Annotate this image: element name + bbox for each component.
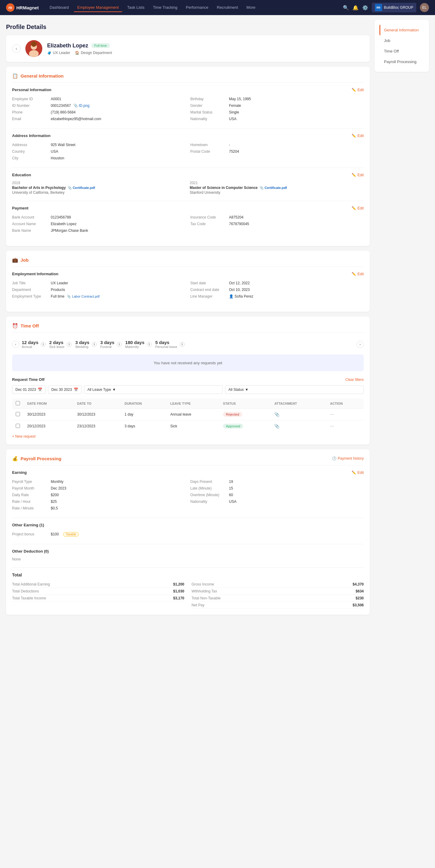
sidebar-nav-item-general-information[interactable]: General Information bbox=[379, 25, 424, 35]
nav-link-recruitment[interactable]: Recruitment bbox=[213, 3, 242, 12]
other-deduction-title: Other Deduction (0) bbox=[12, 549, 49, 554]
total-left-value-2: $3,170 bbox=[173, 596, 184, 600]
bank-account-label: Bank Account bbox=[12, 215, 48, 219]
leave-data-3: 3 days Funeral bbox=[100, 340, 115, 349]
cert-link-1[interactable]: 📎 Certificate.pdf bbox=[260, 186, 287, 190]
employment-edit-button[interactable]: ✏️ Edit bbox=[352, 272, 364, 276]
project-bonus-label: Project bonus bbox=[12, 532, 48, 537]
leave-info-icon-2[interactable]: ℹ bbox=[92, 342, 97, 347]
country-label: Country bbox=[12, 149, 48, 154]
building-icon: 🏠 bbox=[75, 51, 80, 55]
settings-icon[interactable]: ⚙️ bbox=[362, 5, 368, 10]
nav-actions: 🔍 🔔 ⚙️ BB BuildBloc GROUP EL bbox=[343, 3, 429, 12]
education-subsection: Education ✏️ Edit 2019 Bachelor of Arts … bbox=[12, 173, 364, 195]
line-manager-value: 👤 Sofia Perez bbox=[229, 294, 253, 299]
total-right-row-0: Gross Income$4,370 bbox=[192, 581, 364, 588]
sidebar-nav-item-job[interactable]: Job bbox=[379, 35, 424, 46]
birthday-label: Birthday bbox=[190, 97, 227, 101]
payment-history-button[interactable]: 🕐 Payment history bbox=[332, 456, 364, 461]
date-filter-row: Dec 01 2023 📅 Dec 30 2023 📅 All Leave Ty… bbox=[12, 385, 364, 394]
leave-type-1: Sick leave bbox=[49, 345, 64, 349]
earning-edit-button[interactable]: ✏️ Edit bbox=[352, 470, 364, 475]
tax-code-value: 7678790045 bbox=[229, 222, 249, 226]
bell-icon[interactable]: 🔔 bbox=[352, 5, 358, 10]
request-time-off-subsection: Request Time Off Clear filters Dec 01 20… bbox=[12, 377, 364, 438]
profile-card: ‹ Elizabeth Lopez Full time bbox=[6, 35, 370, 62]
status-select[interactable]: All Status ▼ bbox=[225, 385, 364, 394]
row-checkbox-0[interactable] bbox=[16, 412, 20, 416]
date-from-input[interactable]: Dec 01 2023 📅 bbox=[12, 385, 46, 394]
leave-days-1: 2 days bbox=[49, 340, 64, 345]
address-info-edit-button[interactable]: ✏️ Edit bbox=[352, 134, 364, 138]
sidebar-nav-item-payroll-processing[interactable]: Payroll Processing bbox=[379, 56, 424, 67]
cert-link-0[interactable]: 📎 Certificate.pdf bbox=[68, 186, 95, 190]
briefcase-icon: 🧳 bbox=[47, 51, 52, 55]
search-icon[interactable]: 🔍 bbox=[343, 5, 349, 10]
leave-info-icon-0[interactable]: ℹ bbox=[41, 342, 46, 347]
gender-label: Gender bbox=[190, 103, 227, 108]
birthday-value: May 15, 1995 bbox=[229, 97, 251, 101]
attach-icon-0[interactable]: 📎 bbox=[274, 412, 280, 417]
leave-type-item-3: 3 days Funeral ℹ bbox=[100, 340, 122, 349]
leave-info-icon-4[interactable]: ℹ bbox=[147, 342, 152, 347]
contract-end-value: Oct 10, 2023 bbox=[229, 288, 250, 292]
leave-days-4: 180 days bbox=[125, 340, 144, 345]
account-name-value: Elizabeth Lopez bbox=[51, 222, 77, 226]
leave-type-3: Funeral bbox=[100, 345, 115, 349]
id-file-link[interactable]: 📎 ID.png bbox=[74, 103, 89, 108]
address-info-subsection: Address Information ✏️ Edit Addresss 925… bbox=[12, 133, 364, 161]
time-off-title: ⏰ Time Off bbox=[12, 322, 364, 333]
insurance-label: Insurance Code bbox=[190, 215, 227, 219]
nav-link-more[interactable]: More bbox=[243, 3, 259, 12]
action-dots-1[interactable]: ··· bbox=[330, 424, 334, 429]
new-request-button[interactable]: + New request bbox=[12, 432, 36, 438]
education-title: Education bbox=[12, 173, 31, 177]
payroll-nationality-value: USA bbox=[229, 499, 236, 504]
leave-info-icon-1[interactable]: ℹ bbox=[67, 342, 71, 347]
nav-link-employee-management[interactable]: Employee Management bbox=[74, 3, 122, 12]
carousel-prev-button[interactable]: ‹ bbox=[12, 341, 19, 348]
status-badge-1: Approved bbox=[223, 424, 243, 429]
nav-link-time-tracking[interactable]: Time Tracking bbox=[149, 3, 181, 12]
personal-info-subsection: Personal Information ✏️ Edit Employee ID… bbox=[12, 88, 364, 122]
calendar-icon-2: 📅 bbox=[74, 388, 78, 392]
rate-minute-value: $0,5 bbox=[51, 506, 58, 510]
company-selector[interactable]: BB BuildBloc GROUP bbox=[372, 3, 416, 12]
late-minute-label: Late (Minute) bbox=[190, 486, 227, 490]
leave-info-icon-3[interactable]: ℹ bbox=[117, 342, 122, 347]
brand[interactable]: m HRMagnet bbox=[6, 3, 39, 12]
leave-info-icon-5[interactable]: ℹ bbox=[180, 342, 184, 347]
profile-name: Elizabeth Lopez bbox=[47, 42, 88, 49]
action-cell-0: ··· bbox=[326, 409, 364, 421]
payment-edit-button[interactable]: ✏️ Edit bbox=[352, 206, 364, 210]
leave-type-select[interactable]: All Leave Type ▼ bbox=[84, 385, 223, 394]
action-cell-1: ··· bbox=[326, 421, 364, 432]
nav-link-performance[interactable]: Performance bbox=[182, 3, 212, 12]
rate-hour-label: Rate / Hour bbox=[12, 499, 48, 504]
select-all-checkbox[interactable] bbox=[16, 401, 20, 405]
clear-filters-button[interactable]: Clear filters bbox=[345, 378, 364, 382]
total-right-value-2: $230 bbox=[355, 596, 364, 600]
nav-link-dashboard[interactable]: Dashboard bbox=[46, 3, 72, 12]
carousel-next-button[interactable]: › bbox=[356, 341, 364, 348]
leave-carousel: ‹ 12 days Annual ℹ 2 days Sick leave ℹ 3… bbox=[12, 337, 364, 351]
date-to-input[interactable]: Dec 30 2023 📅 bbox=[48, 385, 82, 394]
sidebar-nav-item-time-off[interactable]: Time Off bbox=[379, 46, 424, 56]
total-left: Total Additional Earning$1,200Total Dedu… bbox=[12, 581, 184, 609]
row-checkbox-1[interactable] bbox=[16, 424, 20, 428]
taxable-badge: Taxable bbox=[63, 532, 79, 537]
user-avatar[interactable]: EL bbox=[420, 3, 429, 12]
total-right-value-1: $634 bbox=[355, 589, 364, 593]
attach-icon-1[interactable]: 📎 bbox=[274, 424, 280, 429]
contract-file-link[interactable]: 📎 Labor Contract.pdf bbox=[67, 294, 99, 299]
total-left-row-1: Total Deductions$1,030 bbox=[12, 588, 184, 595]
manager-avatar-icon: 👤 bbox=[229, 294, 233, 299]
back-button[interactable]: ‹ bbox=[12, 44, 21, 53]
date-from-cell-0: 30/12/2023 bbox=[24, 409, 74, 421]
edu-year: 2021 bbox=[190, 181, 364, 185]
nav-link-task-lists[interactable]: Task Lists bbox=[123, 3, 148, 12]
education-edit-button[interactable]: ✏️ Edit bbox=[352, 173, 364, 177]
education-item-1: 2021 Master of Science in Computer Scien… bbox=[190, 181, 364, 195]
personal-info-edit-button[interactable]: ✏️ Edit bbox=[352, 88, 364, 92]
action-dots-0[interactable]: ··· bbox=[330, 412, 334, 417]
